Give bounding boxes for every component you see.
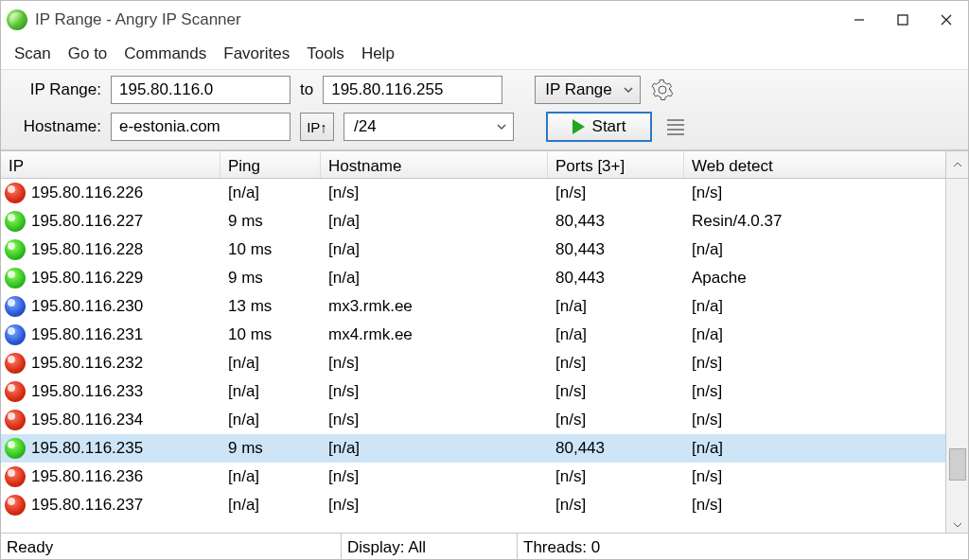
col-ports[interactable]: Ports [3+] (548, 151, 684, 178)
table-row[interactable]: 195.80.116.237[n/a][n/s][n/s][n/s] (1, 491, 945, 519)
cell-ports: [n/s] (548, 491, 684, 519)
status-icon (5, 495, 26, 516)
menu-favorites[interactable]: Favorites (223, 44, 290, 63)
cell-ports: [n/s] (548, 349, 684, 377)
start-label: Start (592, 117, 626, 136)
cell-hostname: mx3.rmk.ee (321, 292, 548, 321)
cell-ip: 195.80.116.228 (31, 240, 143, 259)
chevron-up-icon (952, 159, 963, 170)
cell-ip: 195.80.116.231 (31, 325, 143, 344)
table-row[interactable]: 195.80.116.2279 ms[n/a]80,443Resin/4.0.3… (1, 207, 945, 236)
cell-hostname: [n/s] (321, 491, 548, 519)
status-icon (5, 183, 26, 203)
start-button[interactable]: Start (546, 112, 652, 142)
status-icon (5, 438, 26, 459)
cell-ports: [n/s] (548, 406, 684, 434)
menu-scan[interactable]: Scan (14, 44, 51, 63)
col-web[interactable]: Web detect (684, 151, 945, 178)
cell-hostname: [n/a] (321, 207, 548, 236)
chevron-down-icon (496, 121, 507, 132)
cell-ip: 195.80.116.226 (31, 184, 143, 202)
cell-ping: 9 ms (220, 434, 321, 463)
scroll-up-button[interactable] (945, 151, 968, 178)
netmask-combo[interactable]: /24 (344, 113, 514, 141)
cell-hostname: [n/a] (321, 434, 548, 463)
cell-hostname: [n/s] (321, 349, 548, 377)
menu-bar: Scan Go to Commands Favorites Tools Help (1, 39, 968, 69)
close-button[interactable] (925, 6, 968, 34)
cell-ping: 9 ms (220, 264, 321, 292)
cell-ip: 195.80.116.237 (31, 496, 143, 515)
status-icon (5, 324, 26, 345)
col-ip[interactable]: IP (1, 151, 220, 178)
cell-ip: 195.80.116.234 (31, 411, 143, 429)
cell-ip: 195.80.116.235 (31, 439, 143, 458)
display-options-button[interactable] (667, 113, 692, 141)
status-icon (5, 239, 26, 260)
table-row[interactable]: 195.80.116.2299 ms[n/a]80,443Apache (1, 264, 945, 292)
ip-up-button[interactable]: IP↑ (300, 113, 334, 141)
menu-help[interactable]: Help (361, 44, 395, 63)
cell-ports: 80,443 (548, 207, 684, 236)
table-row[interactable]: 195.80.116.234[n/a][n/s][n/s][n/s] (1, 406, 945, 434)
table-row[interactable]: 195.80.116.23013 msmx3.rmk.ee[n/a][n/a] (1, 292, 945, 321)
cell-web: [n/s] (684, 179, 945, 207)
cell-ip: 195.80.116.229 (31, 269, 143, 288)
menu-tools[interactable]: Tools (307, 44, 344, 63)
settings-button[interactable] (650, 78, 675, 102)
hostname-input[interactable] (111, 113, 291, 141)
cell-ping: [n/a] (220, 491, 321, 519)
maximize-button[interactable] (881, 6, 925, 34)
minimize-button[interactable] (837, 6, 881, 34)
cell-ports: [n/s] (548, 463, 684, 491)
table-row[interactable]: 195.80.116.23110 msmx4.rmk.ee[n/a][n/a] (1, 321, 945, 349)
cell-ip: 195.80.116.227 (31, 212, 143, 231)
cell-hostname: [n/s] (321, 377, 548, 406)
cell-ports: [n/a] (548, 292, 684, 321)
ip-range-label: IP Range: (14, 80, 101, 99)
chevron-down-icon (623, 84, 634, 96)
table-row[interactable]: 195.80.116.233[n/a][n/s][n/s][n/s] (1, 377, 945, 406)
status-icon (5, 466, 26, 487)
gear-icon (651, 79, 674, 101)
table-row[interactable]: 195.80.116.2359 ms[n/a]80,443[n/a] (1, 434, 945, 463)
ip-end-input[interactable] (323, 76, 502, 104)
status-bar: Ready Display: All Threads: 0 (1, 533, 968, 559)
cell-web: [n/a] (684, 292, 945, 321)
cell-ports: [n/s] (548, 377, 684, 406)
hostname-label: Hostname: (14, 117, 101, 136)
cell-web: Resin/4.0.37 (684, 207, 945, 236)
col-ping[interactable]: Ping (220, 151, 321, 178)
cell-web: [n/s] (684, 377, 945, 406)
vertical-scrollbar[interactable] (945, 179, 968, 533)
cell-web: [n/s] (684, 349, 945, 377)
table-row[interactable]: 195.80.116.226[n/a][n/s][n/s][n/s] (1, 179, 945, 207)
cell-ping: 13 ms (220, 292, 321, 321)
scrollbar-thumb[interactable] (949, 448, 966, 481)
cell-web: [n/s] (684, 406, 945, 434)
table-row[interactable]: 195.80.116.22810 ms[n/a]80,443[n/a] (1, 236, 945, 264)
cell-hostname: [n/a] (321, 236, 548, 264)
app-window: IP Range - Angry IP Scanner Scan Go to C… (0, 0, 969, 560)
range-mode-combo[interactable]: IP Range (535, 76, 641, 104)
menu-commands[interactable]: Commands (124, 44, 206, 63)
menu-goto[interactable]: Go to (68, 44, 108, 63)
status-icon (5, 211, 26, 232)
netmask-value: /24 (354, 117, 377, 136)
col-hostname[interactable]: Hostname (321, 151, 548, 178)
cell-ping: 10 ms (220, 321, 321, 349)
status-icon (5, 268, 26, 289)
cell-ping: 10 ms (220, 236, 321, 264)
ip-start-input[interactable] (111, 76, 291, 104)
cell-web: [n/a] (684, 236, 945, 264)
app-icon (7, 9, 27, 30)
cell-hostname: [n/s] (321, 463, 548, 491)
cell-ping: [n/a] (220, 406, 321, 434)
cell-ports: 80,443 (548, 264, 684, 292)
cell-ip: 195.80.116.232 (31, 354, 143, 373)
table-row[interactable]: 195.80.116.232[n/a][n/s][n/s][n/s] (1, 349, 945, 377)
window-title: IP Range - Angry IP Scanner (35, 10, 837, 29)
table-row[interactable]: 195.80.116.236[n/a][n/s][n/s][n/s] (1, 463, 945, 491)
cell-web: [n/a] (684, 321, 945, 349)
cell-web: [n/a] (684, 434, 945, 463)
